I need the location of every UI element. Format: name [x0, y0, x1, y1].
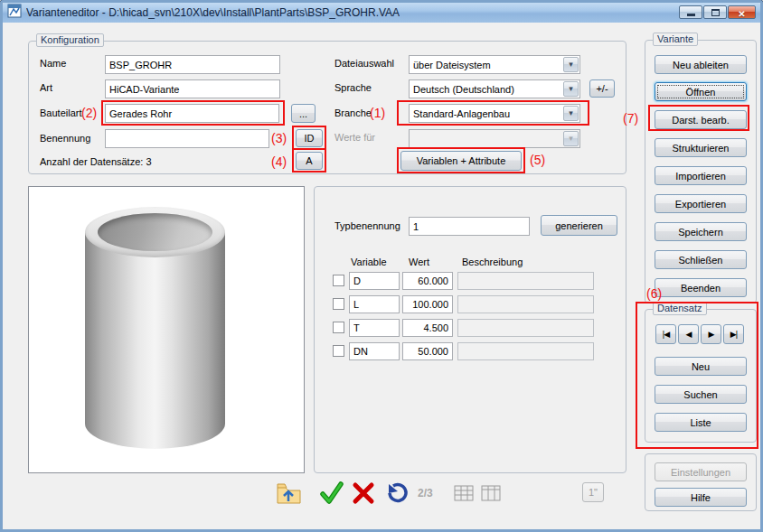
column-header-wert: Wert [409, 257, 429, 267]
row-checkbox[interactable] [333, 345, 344, 357]
variable-wert-input[interactable] [402, 272, 453, 290]
close-button[interactable] [728, 5, 756, 19]
chevron-down-icon[interactable] [563, 57, 579, 72]
a-button[interactable]: A [296, 152, 323, 170]
annotation-5: (5) [530, 153, 545, 167]
variable-wert-input[interactable] [402, 342, 453, 360]
variable-name-input[interactable] [349, 342, 400, 360]
cylinder-body [85, 232, 225, 449]
cancel-x-icon[interactable] [350, 480, 377, 510]
variante-group: Variante Neu ableiten Öffnen Darst. bear… [645, 40, 757, 303]
darst-bearb-button[interactable]: Darst. bearb. [655, 110, 747, 129]
last-record-button[interactable]: ▶| [723, 324, 744, 344]
benennung-input[interactable] [105, 129, 269, 148]
sprache-value: Deutsch (Deutschland) [413, 84, 514, 95]
variablen-attribute-button[interactable]: Variablen + Attribute [400, 151, 522, 171]
generieren-button[interactable]: generieren [541, 215, 617, 236]
strukturieren-button[interactable]: Strukturieren [655, 138, 747, 157]
chevron-down-icon[interactable] [563, 106, 579, 121]
chevron-down-icon[interactable] [563, 81, 579, 97]
importieren-button[interactable]: Importieren [655, 166, 747, 185]
variable-name-input[interactable] [349, 295, 400, 313]
previous-record-button[interactable]: ◀ [678, 324, 699, 344]
branche-value: Standard-Anlagenbau [413, 108, 510, 119]
exportieren-button[interactable]: Exportieren [655, 194, 747, 213]
cylinder-bore [98, 213, 212, 251]
variable-beschreibung-input [457, 342, 594, 360]
preview-panel [28, 186, 305, 473]
hilfe-button[interactable]: Hilfe [655, 488, 747, 507]
window-controls [679, 5, 756, 19]
konfiguration-group: Konfiguration Name Art Bauteilart (2) ..… [28, 41, 626, 174]
suchen-button[interactable]: Suchen [655, 385, 747, 404]
variable-beschreibung-input [457, 319, 594, 337]
plus-minus-button[interactable]: +/- [589, 79, 615, 98]
id-button[interactable]: ID [296, 129, 323, 147]
art-input[interactable] [105, 79, 280, 98]
sprache-dropdown[interactable]: Deutsch (Deutschland) [409, 79, 580, 98]
liste-button[interactable]: Liste [655, 413, 747, 432]
titlebar[interactable]: Varianteneditor - D:\hicad_svn\210X\dev\… [3, 3, 760, 23]
pipe-3d-model [85, 207, 225, 449]
neu-button[interactable]: Neu [655, 357, 747, 376]
chevron-down-icon [563, 131, 579, 146]
variable-name-input[interactable] [349, 319, 400, 337]
typ-group: Typbenennung generieren Variable Wert Be… [314, 186, 626, 473]
sprache-label: Sprache [334, 82, 372, 93]
annotation-4: (4) [271, 154, 287, 169]
schliessen-button[interactable]: Schließen [655, 250, 747, 269]
footer-group: Einstellungen Hilfe [645, 453, 757, 511]
table-icon [452, 481, 476, 509]
datensatz-group: Datensatz |◀ ◀ ▶ ▶| Neu Suchen Liste [645, 309, 757, 443]
row-checkbox[interactable] [333, 298, 344, 310]
maximize-icon [711, 9, 720, 16]
row-checkbox[interactable] [333, 322, 344, 333]
annotation-6: (6) [646, 286, 662, 301]
speichern-button[interactable]: Speichern [655, 222, 747, 241]
column-header-variable: Variable [351, 257, 387, 267]
branche-dropdown[interactable]: Standard-Anlagenbau [409, 104, 580, 123]
variable-beschreibung-input [457, 272, 594, 290]
variable-wert-input[interactable] [402, 295, 453, 313]
browse-button[interactable]: ... [291, 104, 316, 123]
dateiauswahl-value: über Dateisystem [413, 60, 491, 70]
oeffnen-button[interactable]: Öffnen [655, 82, 747, 101]
werte-fuer-dropdown [409, 129, 580, 148]
anzahl-datensaetze-text: Anzahl der Datensätze: 3 [40, 156, 152, 167]
maximize-button[interactable] [703, 5, 727, 19]
beenden-button[interactable]: Beenden [655, 278, 747, 297]
close-icon [738, 5, 745, 21]
name-input[interactable] [105, 55, 280, 74]
next-record-button[interactable]: ▶ [701, 324, 721, 344]
datensatz-group-label: Datensatz [653, 302, 707, 315]
apply-check-icon[interactable] [318, 480, 345, 510]
variable-wert-input[interactable] [402, 319, 453, 337]
column-header-beschreibung: Beschreibung [462, 257, 523, 267]
konfiguration-group-label: Konfiguration [36, 33, 104, 47]
row-checkbox[interactable] [333, 275, 344, 286]
table-columns-icon [479, 481, 503, 509]
dialog-body: Konfiguration Name Art Bauteilart (2) ..… [3, 23, 760, 529]
load-folder-icon[interactable] [274, 479, 303, 511]
window-title: Varianteneditor - D:\hicad_svn\210X\dev\… [26, 6, 400, 19]
branche-label: Branche [334, 107, 372, 118]
variable-name-input[interactable] [349, 272, 400, 290]
dateiauswahl-dropdown[interactable]: über Dateisystem [409, 55, 580, 74]
cylinder-top-face [85, 207, 225, 257]
bauteilart-label: Bauteilart [40, 107, 81, 118]
varianteneditor-window: Varianteneditor - D:\hicad_svn\210X\dev\… [0, 0, 763, 532]
typbenennung-label: Typbenennung [334, 220, 400, 231]
bauteilart-input[interactable] [105, 104, 279, 123]
annotation-7: (7) [623, 111, 638, 126]
inch-button: 1" [582, 482, 604, 502]
ratio-2-3-icon: 2/3 [418, 487, 433, 499]
annotation-3: (3) [271, 131, 287, 145]
undo-icon[interactable] [382, 480, 410, 510]
werte-fuer-label: Werte für [334, 132, 375, 143]
benennung-label: Benennung [40, 133, 90, 144]
first-record-button[interactable]: |◀ [655, 324, 676, 344]
neu-ableiten-button[interactable]: Neu ableiten [655, 55, 747, 74]
minimize-button[interactable] [679, 5, 702, 19]
dateiauswahl-label: Dateiauswahl [334, 58, 394, 69]
typbenennung-input[interactable] [409, 217, 530, 236]
